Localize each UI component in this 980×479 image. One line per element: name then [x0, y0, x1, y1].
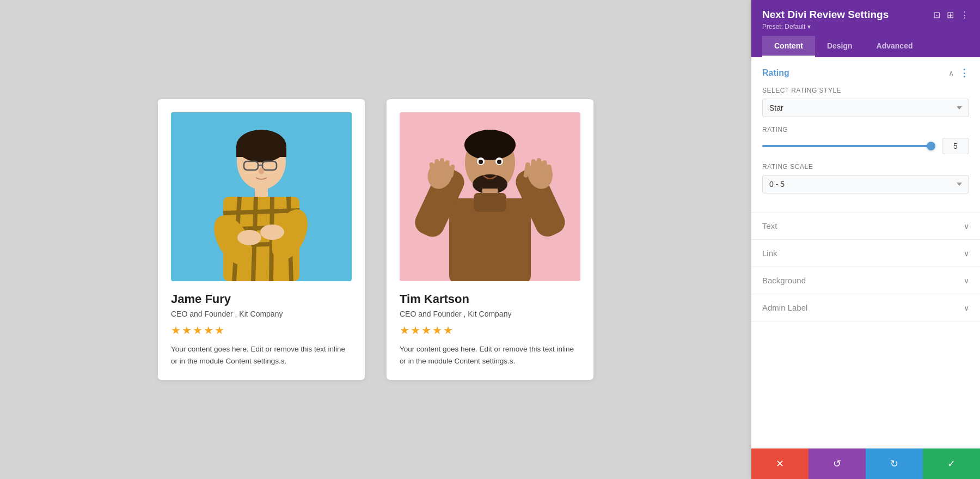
admin-label-section-title: Admin Label	[762, 303, 807, 312]
card-2-content: Your content goes here. Edit or remove t…	[400, 343, 580, 367]
background-section-actions: ∨	[964, 276, 969, 285]
rating-scale-dropdown[interactable]: 0 - 5 0 - 10 0 - 100	[762, 175, 969, 193]
more-icon[interactable]: ⋮	[960, 10, 969, 20]
card-image-placeholder-1	[171, 112, 352, 281]
rating-section: Rating ∧ ⋮ Select Rating Style Star Numb…	[751, 57, 980, 213]
redo-button[interactable]: ↻	[866, 448, 923, 479]
rating-label: Rating	[762, 126, 969, 134]
rating-scale-label: Rating Scale	[762, 163, 969, 171]
panel-preset[interactable]: Preset: Default ▾	[762, 23, 969, 31]
svg-rect-31	[474, 193, 506, 212]
svg-line-14	[223, 210, 299, 213]
card-2-title: CEO and Founder , Kit Company	[400, 310, 580, 318]
rating-chevron-up-icon[interactable]: ∧	[948, 69, 954, 77]
background-section-title: Background	[762, 276, 806, 285]
panel-footer: ✕ ↺ ↻ ✓	[751, 448, 980, 479]
panel-title: Next Divi Review Settings	[762, 9, 889, 21]
rating-row: Rating	[762, 126, 969, 154]
svg-point-7	[259, 168, 264, 174]
cancel-icon: ✕	[776, 458, 784, 470]
svg-rect-3	[236, 146, 286, 157]
card-1-name: Jame Fury	[171, 292, 352, 306]
svg-point-20	[237, 230, 261, 245]
canvas-area: Jame Fury CEO and Founder , Kit Company …	[0, 0, 751, 479]
link-section-actions: ∨	[964, 249, 969, 258]
background-chevron-icon[interactable]: ∨	[964, 276, 969, 285]
svg-rect-43	[537, 158, 541, 174]
text-section-title: Text	[762, 221, 777, 231]
rating-slider-row	[762, 138, 969, 154]
card-1-stars: ★★★★★	[171, 324, 352, 337]
link-section-header: Link ∨	[751, 240, 980, 266]
rating-scale-row: Rating Scale 0 - 5 0 - 10 0 - 100	[762, 163, 969, 193]
cancel-button[interactable]: ✕	[751, 448, 808, 479]
text-section-header: Text ∨	[751, 213, 980, 239]
card-image-placeholder-2	[400, 112, 580, 281]
rating-slider[interactable]	[762, 145, 935, 147]
background-section-header: Background ∨	[751, 267, 980, 294]
preset-arrow: ▾	[807, 23, 811, 31]
grid-icon[interactable]: ⊞	[947, 10, 954, 20]
link-section-title: Link	[762, 248, 777, 258]
panel-tabs: Content Design Advanced	[762, 36, 969, 57]
select-rating-style-label: Select Rating Style	[762, 87, 969, 94]
review-card-1[interactable]: Jame Fury CEO and Founder , Kit Company …	[158, 99, 365, 380]
svg-point-23	[464, 130, 516, 160]
person-svg-1	[171, 112, 352, 281]
person-svg-2	[400, 112, 580, 281]
card-image-2	[400, 112, 580, 281]
expand-icon[interactable]: ⊡	[933, 10, 940, 20]
text-section-actions: ∨	[964, 222, 969, 231]
select-rating-style-row: Select Rating Style Star Number Percenta…	[762, 87, 969, 117]
panel-body: Rating ∧ ⋮ Select Rating Style Star Numb…	[751, 57, 980, 448]
rating-section-title: Rating	[762, 68, 789, 78]
admin-label-chevron-icon[interactable]: ∨	[964, 304, 969, 312]
card-1-content: Your content goes here. Edit or remove t…	[171, 343, 352, 367]
review-card-2[interactable]: Tim Kartson CEO and Founder , Kit Compan…	[387, 99, 593, 380]
tab-design[interactable]: Design	[815, 36, 865, 57]
panel-header: Next Divi Review Settings ⊡ ⊞ ⋮ Preset: …	[751, 0, 980, 57]
save-icon: ✓	[947, 458, 955, 470]
redo-icon: ↻	[890, 458, 898, 470]
undo-button[interactable]: ↺	[808, 448, 866, 479]
rating-section-actions: ∧ ⋮	[948, 67, 969, 79]
svg-point-28	[497, 160, 501, 164]
background-section: Background ∨	[751, 267, 980, 294]
link-chevron-icon[interactable]: ∨	[964, 249, 969, 258]
panel-header-icons: ⊡ ⊞ ⋮	[933, 10, 969, 20]
card-1-title: CEO and Founder , Kit Company	[171, 310, 352, 318]
panel-header-top: Next Divi Review Settings ⊡ ⊞ ⋮	[762, 9, 969, 21]
admin-label-section: Admin Label ∨	[751, 294, 980, 322]
card-2-name: Tim Kartson	[400, 292, 580, 306]
rating-dots-icon[interactable]: ⋮	[959, 67, 969, 79]
rating-value-input[interactable]	[942, 138, 969, 154]
rating-section-content: Select Rating Style Star Number Percenta…	[751, 87, 980, 212]
text-chevron-icon[interactable]: ∨	[964, 222, 969, 231]
select-rating-style-dropdown[interactable]: Star Number Percentage	[762, 99, 969, 117]
undo-icon: ↺	[833, 458, 841, 470]
admin-label-section-header: Admin Label ∨	[751, 294, 980, 321]
rating-section-header: Rating ∧ ⋮	[751, 57, 980, 87]
svg-point-19	[260, 225, 284, 240]
svg-point-27	[479, 160, 483, 164]
admin-label-section-actions: ∨	[964, 304, 969, 312]
card-image-1	[171, 112, 352, 281]
link-section: Link ∨	[751, 240, 980, 267]
text-section: Text ∨	[751, 213, 980, 240]
card-2-stars: ★★★★★	[400, 324, 580, 337]
settings-panel: Next Divi Review Settings ⊡ ⊞ ⋮ Preset: …	[751, 0, 980, 479]
save-button[interactable]: ✓	[923, 448, 980, 479]
tab-content[interactable]: Content	[762, 36, 815, 57]
svg-rect-37	[440, 158, 444, 174]
tab-advanced[interactable]: Advanced	[865, 36, 925, 57]
preset-label: Preset: Default	[762, 23, 805, 31]
